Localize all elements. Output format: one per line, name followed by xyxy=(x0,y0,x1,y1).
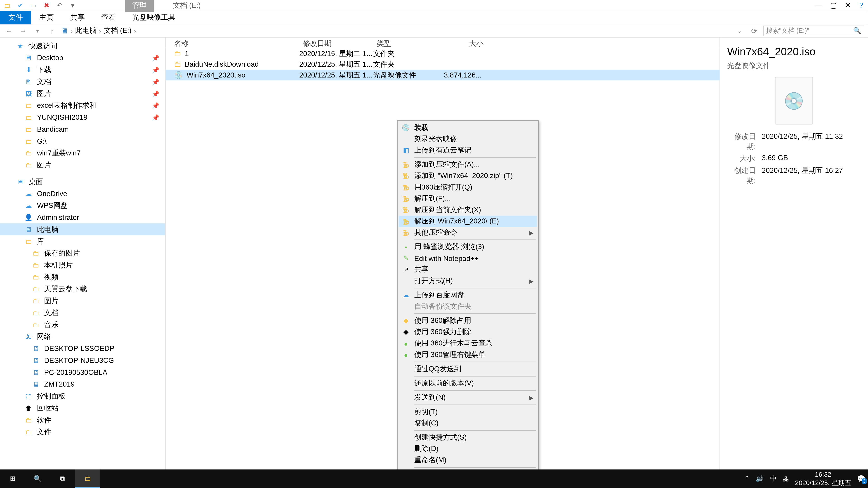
maximize-button[interactable]: ▢ xyxy=(830,1,837,9)
context-menu-item[interactable]: 删除(D) xyxy=(399,443,537,455)
context-menu-item[interactable]: 刻录光盘映像 xyxy=(399,133,537,145)
taskbar-clock[interactable]: 16:32 2020/12/25, 星期五 xyxy=(795,471,851,487)
sidebar-item[interactable]: 🗀保存的图片 xyxy=(0,247,165,259)
sidebar-item[interactable]: 🗀图片 xyxy=(0,295,165,307)
sidebar-item[interactable]: 🗀文件 xyxy=(0,426,165,438)
address-dropdown[interactable]: ⌄ xyxy=(735,28,745,34)
sidebar-item[interactable]: 🖥桌面 xyxy=(0,176,165,188)
start-button[interactable]: ⊞ xyxy=(0,469,25,488)
context-menu-item[interactable]: 🗜用360压缩打开(Q) xyxy=(399,182,537,193)
search-taskbar-button[interactable]: 🔍 xyxy=(25,469,50,488)
minimize-button[interactable]: — xyxy=(814,1,822,9)
col-name[interactable]: 名称 xyxy=(166,37,299,48)
context-menu-item[interactable]: 还原以前的版本(V) xyxy=(399,378,537,389)
help-icon[interactable]: ? xyxy=(859,1,863,9)
context-menu-item[interactable]: 打开方式(H)▶ xyxy=(399,275,537,287)
context-menu-item[interactable]: 🗜其他压缩命令▶ xyxy=(399,227,537,238)
ribbon-tab-file[interactable]: 文件 xyxy=(0,11,31,24)
sidebar-item[interactable]: 🖥此电脑 xyxy=(0,223,165,235)
context-menu-item[interactable]: 💿装载 xyxy=(399,122,537,133)
ribbon-tab-share[interactable]: 共享 xyxy=(62,11,93,24)
sidebar-item[interactable]: 🖧网络 xyxy=(0,331,165,343)
sidebar-item[interactable]: 🖥PC-20190530OBLA xyxy=(0,366,165,379)
file-row[interactable]: 🗀12020/12/15, 星期二 1...文件夹 xyxy=(166,48,719,59)
sidebar-item[interactable]: 🗀视频 xyxy=(0,271,165,283)
sidebar-item[interactable]: 🗀音乐 xyxy=(0,319,165,331)
context-menu-item[interactable]: ●使用 360进行木马云查杀 xyxy=(399,338,537,349)
context-menu-item[interactable]: ◆使用 360强力删除 xyxy=(399,326,537,338)
sidebar-item[interactable]: 🖥DESKTOP-NJEU3CG xyxy=(0,355,165,366)
sidebar-item[interactable]: 🗀天翼云盘下载 xyxy=(0,283,165,295)
close-button[interactable]: ✕ xyxy=(845,1,850,9)
sidebar-item[interactable]: ☁OneDrive xyxy=(0,188,165,200)
context-menu-item[interactable]: ✎Edit with Notepad++ xyxy=(399,253,537,264)
undo-icon[interactable]: ↶ xyxy=(55,1,64,10)
up-button[interactable]: ↑ xyxy=(46,26,57,35)
sidebar-item[interactable]: ★快速访问 xyxy=(0,40,165,52)
breadcrumb-root[interactable]: 此电脑 xyxy=(75,26,96,36)
prop-icon[interactable]: ▭ xyxy=(29,1,38,10)
context-menu-item[interactable]: 重命名(M) xyxy=(399,455,537,466)
action-center-icon[interactable]: 💬3 xyxy=(857,475,866,483)
sidebar-item[interactable]: 👤Administrator xyxy=(0,212,165,223)
col-type[interactable]: 类型 xyxy=(373,37,434,48)
sidebar-item[interactable]: 🗀文档 xyxy=(0,307,165,319)
sidebar-item[interactable]: 🗀excel表格制作求和📌 xyxy=(0,99,165,111)
context-menu-item[interactable]: ☁上传到百度网盘 xyxy=(399,290,537,301)
breadcrumb-location[interactable]: 文档 (E:) xyxy=(104,26,131,36)
volume-icon[interactable]: 🔊 xyxy=(756,475,764,483)
tab-manage[interactable]: 管理 xyxy=(125,0,154,11)
file-row[interactable]: 🗀BaiduNetdiskDownload2020/12/25, 星期五 1..… xyxy=(166,59,719,70)
context-menu-item[interactable]: •用 蜂蜜浏览器 浏览(3) xyxy=(399,241,537,253)
context-menu-item[interactable]: ●使用 360管理右键菜单 xyxy=(399,349,537,360)
context-menu-item[interactable]: 🗜解压到当前文件夹(X) xyxy=(399,204,537,216)
qat-dropdown-icon[interactable]: ▾ xyxy=(68,1,78,10)
task-view-button[interactable]: ⧉ xyxy=(50,469,75,488)
sidebar-item[interactable]: ⬇下载📌 xyxy=(0,64,165,76)
sidebar-item[interactable]: 🗀G:\ xyxy=(0,135,165,147)
forward-button[interactable]: → xyxy=(18,26,29,35)
context-menu-item[interactable]: 剪切(T) xyxy=(399,406,537,418)
sidebar-item[interactable]: 🗀软件 xyxy=(0,414,165,426)
sidebar-item[interactable]: 🗀图片 xyxy=(0,159,165,171)
sidebar-item[interactable]: ☁WPS网盘 xyxy=(0,199,165,212)
refresh-button[interactable]: ⟳ xyxy=(749,26,759,35)
context-menu-item[interactable]: ◆使用 360解除占用 xyxy=(399,315,537,326)
sidebar-item[interactable]: ⬚控制面板 xyxy=(0,390,165,402)
sidebar-item[interactable]: 🖥ZMT2019 xyxy=(0,378,165,390)
context-menu-item[interactable]: 🗜解压到 Win7x64_2020\ (E) xyxy=(399,216,537,227)
sidebar-item[interactable]: 🖥DESKTOP-LSSOEDP xyxy=(0,343,165,355)
ribbon-tab-home[interactable]: 主页 xyxy=(31,11,62,24)
network-icon[interactable]: 🖧 xyxy=(782,475,789,482)
context-menu-item[interactable]: 创建快捷方式(S) xyxy=(399,432,537,443)
ribbon-tab-disc-tool[interactable]: 光盘映像工具 xyxy=(124,11,184,24)
ribbon-tab-view[interactable]: 查看 xyxy=(93,11,124,24)
context-menu-item[interactable]: 🗜解压到(F)... xyxy=(399,193,537,204)
check-icon[interactable]: ✔ xyxy=(16,1,25,10)
sidebar-item[interactable]: 🗀Bandicam xyxy=(0,123,165,135)
sidebar-item[interactable]: 🗀YUNQISHI2019📌 xyxy=(0,111,165,123)
tray-overflow-icon[interactable]: ⌃ xyxy=(744,475,750,483)
back-button[interactable]: ← xyxy=(4,26,14,35)
sidebar-item[interactable]: 🗎文档📌 xyxy=(0,76,165,88)
context-menu-item[interactable]: ↗共享 xyxy=(399,264,537,275)
col-date[interactable]: 修改日期 xyxy=(299,37,373,48)
context-menu-item[interactable]: ◧上传到有道云笔记 xyxy=(399,145,537,156)
context-menu-item[interactable]: 发送到(N)▶ xyxy=(399,392,537,403)
context-menu-item[interactable]: 复制(C) xyxy=(399,418,537,429)
context-menu-item[interactable]: 🗜添加到 "Win7x64_2020.zip" (T) xyxy=(399,170,537,182)
sidebar-item[interactable]: 🖥Desktop📌 xyxy=(0,52,165,64)
sidebar-item[interactable]: 🗀库 xyxy=(0,235,165,248)
explorer-taskbar-button[interactable]: 🗀 xyxy=(75,469,100,488)
delete-icon[interactable]: ✖ xyxy=(42,1,51,10)
ime-indicator[interactable]: 中 xyxy=(770,474,777,483)
breadcrumb[interactable]: 🖥 › 此电脑 › 文档 (E:) › xyxy=(61,26,731,36)
file-row[interactable]: 💿Win7x64_2020.iso2020/12/25, 星期五 1...光盘映… xyxy=(166,70,719,80)
sidebar-item[interactable]: 🖼图片📌 xyxy=(0,88,165,100)
sidebar-item[interactable]: 🗀本机照片 xyxy=(0,259,165,271)
history-dropdown[interactable]: ▾ xyxy=(32,28,43,34)
context-menu-item[interactable]: 🗜添加到压缩文件(A)... xyxy=(399,159,537,170)
search-input[interactable]: 搜索"文档 (E:)" 🔍 xyxy=(763,25,864,36)
col-size[interactable]: 大小 xyxy=(434,37,488,48)
context-menu-item[interactable]: 通过QQ发送到 xyxy=(399,363,537,375)
